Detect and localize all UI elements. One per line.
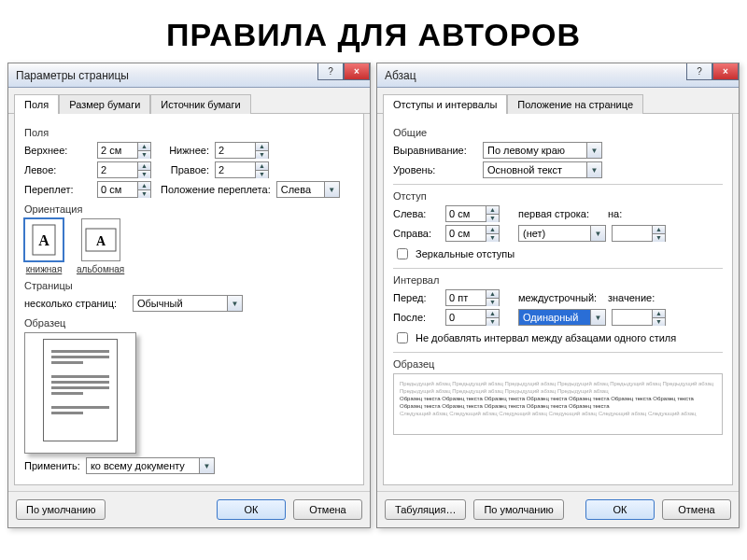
left-margin-field[interactable]	[98, 162, 137, 177]
spin-up-icon[interactable]: ▲	[486, 206, 499, 215]
no-space-same-style-checkbox[interactable]	[397, 332, 408, 343]
firstline-select[interactable]: (нет) ▼	[518, 225, 606, 242]
right-margin-label: Правое:	[157, 164, 209, 175]
close-button[interactable]: ×	[344, 63, 370, 80]
spin-down-icon[interactable]: ▼	[137, 151, 150, 159]
tabs-button[interactable]: Табуляция…	[385, 499, 466, 520]
spin-up-icon[interactable]: ▲	[652, 310, 665, 318]
spin-up-icon[interactable]: ▲	[255, 162, 268, 171]
line-spacing-label: междустрочный:	[518, 292, 602, 303]
spin-up-icon[interactable]: ▲	[486, 226, 499, 234]
indent-right-input[interactable]: ▲▼	[445, 225, 500, 242]
tab-paper-source[interactable]: Источник бумаги	[150, 94, 250, 114]
tab-fields[interactable]: Поля	[14, 94, 59, 114]
top-margin-field[interactable]	[98, 143, 137, 158]
pages-group-label: Страницы	[24, 280, 354, 291]
svg-text:A: A	[96, 234, 106, 248]
mirror-indents-label: Зеркальные отступы	[416, 248, 514, 259]
spin-down-icon[interactable]: ▼	[652, 318, 665, 326]
spacing-group-label: Интервал	[393, 274, 723, 286]
page-title: ПРАВИЛА ДЛЯ АВТОРОВ	[0, 17, 747, 53]
paragraph-dialog: Абзац ? × Отступы и интервалы Положение …	[376, 63, 740, 528]
general-group-label: Общие	[393, 127, 723, 138]
spin-down-icon[interactable]: ▼	[652, 234, 665, 242]
mirror-indents-checkbox[interactable]	[397, 248, 408, 259]
multi-pages-select[interactable]: Обычный ▼	[133, 295, 243, 312]
bottom-margin-label: Нижнее:	[157, 145, 209, 156]
spin-down-icon[interactable]: ▼	[486, 215, 499, 222]
indent-right-field[interactable]	[446, 226, 486, 241]
orientation-landscape-label: альбомная	[77, 264, 124, 274]
indent-group-label: Отступ	[393, 190, 723, 202]
titlebar: Абзац ? ×	[377, 63, 739, 88]
gutter-pos-select[interactable]: Слева ▼	[276, 181, 340, 198]
spin-up-icon[interactable]: ▲	[255, 143, 268, 151]
preview-group-label: Образец	[24, 317, 354, 329]
chevron-down-icon[interactable]: ▼	[590, 310, 605, 325]
close-button[interactable]: ×	[712, 63, 739, 80]
tab-strip: Отступы и интервалы Положение на страниц…	[377, 88, 739, 114]
ok-button[interactable]: ОК	[217, 499, 286, 520]
spin-up-icon[interactable]: ▲	[652, 226, 665, 234]
cancel-button[interactable]: Отмена	[293, 499, 362, 520]
bottom-margin-field[interactable]	[216, 143, 255, 158]
outline-level-label: Уровень:	[393, 164, 477, 175]
left-margin-label: Левое:	[24, 164, 92, 175]
line-spacing-select[interactable]: Одинарный ▼	[518, 309, 606, 326]
space-before-input[interactable]: ▲▼	[445, 289, 500, 306]
cancel-button[interactable]: Отмена	[662, 499, 731, 520]
defaults-button[interactable]: По умолчанию	[473, 499, 563, 520]
right-margin-input[interactable]: ▲▼	[215, 161, 269, 178]
right-margin-field[interactable]	[216, 162, 255, 177]
tab-paper-size[interactable]: Размер бумаги	[59, 94, 150, 114]
tab-position[interactable]: Положение на странице	[507, 94, 643, 114]
chevron-down-icon[interactable]: ▼	[227, 296, 242, 311]
defaults-button[interactable]: По умолчанию	[16, 499, 106, 520]
spin-up-icon[interactable]: ▲	[486, 310, 499, 318]
left-margin-input[interactable]: ▲▼	[97, 161, 151, 178]
help-button[interactable]: ?	[686, 63, 712, 80]
space-before-field[interactable]	[446, 290, 486, 305]
top-margin-input[interactable]: ▲▼	[97, 142, 151, 159]
spin-up-icon[interactable]: ▲	[137, 162, 150, 171]
ok-button[interactable]: ОК	[585, 499, 655, 520]
chevron-down-icon[interactable]: ▼	[590, 226, 605, 241]
spin-down-icon[interactable]: ▼	[137, 190, 150, 198]
firstline-label: первая строка:	[518, 208, 602, 219]
chevron-down-icon[interactable]: ▼	[586, 143, 601, 158]
space-after-field[interactable]	[446, 310, 486, 325]
tab-indents[interactable]: Отступы и интервалы	[383, 94, 507, 114]
firstline-by-field[interactable]	[613, 226, 652, 241]
gutter-field[interactable]	[98, 182, 137, 197]
paragraph-preview: Предыдущий абзац Предыдущий абзац Предыд…	[393, 373, 723, 435]
outline-level-select[interactable]: Основной текст ▼	[483, 161, 602, 178]
multi-pages-label: несколько страниц:	[24, 298, 127, 309]
gutter-input[interactable]: ▲▼	[97, 181, 151, 198]
space-after-input[interactable]: ▲▼	[445, 309, 500, 326]
dialog-title: Абзац	[385, 69, 416, 82]
spin-down-icon[interactable]: ▼	[255, 171, 268, 178]
line-spacing-at-field[interactable]	[613, 310, 652, 325]
orientation-landscape[interactable]: A альбомная	[77, 218, 124, 274]
bottom-margin-input[interactable]: ▲▼	[215, 142, 269, 159]
chevron-down-icon[interactable]: ▼	[324, 182, 339, 197]
apply-to-select[interactable]: ко всему документу ▼	[86, 457, 215, 474]
alignment-select[interactable]: По левому краю ▼	[483, 142, 602, 159]
chevron-down-icon[interactable]: ▼	[586, 162, 601, 177]
spin-up-icon[interactable]: ▲	[137, 143, 150, 151]
spin-down-icon[interactable]: ▼	[137, 171, 150, 178]
firstline-by-input[interactable]: ▲▼	[612, 225, 666, 242]
spin-down-icon[interactable]: ▼	[486, 318, 499, 326]
help-button[interactable]: ?	[317, 63, 344, 80]
spin-up-icon[interactable]: ▲	[486, 290, 499, 299]
indent-left-field[interactable]	[446, 206, 486, 221]
spin-down-icon[interactable]: ▼	[255, 151, 268, 159]
chevron-down-icon[interactable]: ▼	[199, 458, 214, 473]
line-spacing-at-input[interactable]: ▲▼	[612, 309, 666, 326]
spin-down-icon[interactable]: ▼	[486, 234, 499, 242]
indent-right-label: Справа:	[393, 228, 440, 239]
indent-left-input[interactable]: ▲▼	[445, 205, 500, 222]
orientation-portrait[interactable]: A книжная	[24, 218, 63, 274]
spin-up-icon[interactable]: ▲	[137, 182, 150, 190]
spin-down-icon[interactable]: ▼	[486, 299, 499, 306]
